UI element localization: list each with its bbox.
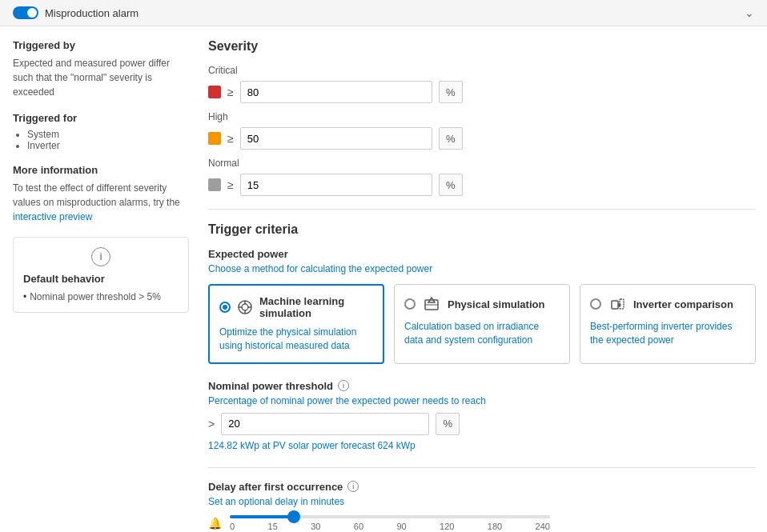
triggered-for-title: Triggered for — [13, 112, 189, 124]
nominal-power-input[interactable] — [221, 413, 429, 435]
normal-label: Normal — [208, 158, 756, 169]
more-info-text: To test the effect of different severity… — [13, 181, 189, 224]
critical-row: ≥ % — [208, 81, 756, 103]
expected-power-label: Expected power — [208, 248, 756, 260]
normal-input[interactable] — [240, 174, 432, 196]
delay-slider-row: 🔔 0 15 30 60 90 120 180 240 — [208, 515, 756, 531]
delay-slider-container: 0 15 30 60 90 120 180 240 — [230, 515, 550, 531]
default-behavior-title: Default behavior — [23, 273, 179, 285]
top-bar: Misproduction alarm ⌄ — [0, 0, 767, 26]
critical-gte-symbol: ≥ — [227, 86, 234, 98]
svg-rect-9 — [612, 301, 618, 309]
nominal-power-note: 124.82 kWp at PV solar power forecast 62… — [208, 440, 756, 451]
machine-learning-desc: Optimize the physical simulation using h… — [219, 326, 373, 353]
machine-learning-name: Machine learning simulation — [259, 295, 373, 319]
trigger-criteria-section: Trigger criteria Expected power Choose a… — [208, 222, 756, 364]
default-behavior-bullet: • Nominal power threshold > 5% — [23, 291, 179, 302]
radio-inverter-comparison[interactable] — [590, 298, 601, 310]
inverter-comparison-desc: Best-performing inverter provides the ex… — [590, 320, 745, 347]
nominal-power-sublabel: Percentage of nominal power the expected… — [208, 395, 756, 406]
critical-input[interactable] — [240, 81, 432, 103]
physical-simulation-name: Physical simulation — [448, 298, 544, 310]
misproduction-alarm-toggle[interactable] — [13, 6, 38, 19]
method-cards: Machine learning simulation Optimize the… — [208, 284, 756, 364]
normal-row: ≥ % — [208, 174, 756, 196]
main-layout: Triggered by Expected and measured power… — [0, 26, 767, 532]
radio-physical-simulation[interactable] — [404, 298, 416, 310]
high-gte-symbol: ≥ — [227, 132, 234, 145]
nominal-power-threshold-section: Nominal power threshold i Percentage of … — [208, 380, 756, 451]
delay-slider-track — [230, 515, 550, 518]
normal-gte-symbol: ≥ — [227, 178, 234, 191]
top-bar-title: Misproduction alarm — [45, 7, 139, 19]
physical-simulation-desc: Calculation based on irradiance data and… — [404, 320, 560, 347]
default-behavior-box: i Default behavior • Nominal power thres… — [13, 237, 189, 313]
machine-learning-icon — [237, 298, 253, 317]
normal-color-box — [208, 178, 221, 191]
nominal-power-info-icon[interactable]: i — [338, 380, 349, 391]
nominal-power-unit: % — [436, 413, 460, 435]
delay-slider-labels: 0 15 30 60 90 120 180 240 — [230, 522, 550, 531]
method-card-inverter-comparison[interactable]: Inverter comparison Best-performing inve… — [580, 284, 756, 364]
nominal-power-threshold-title: Nominal power threshold — [208, 380, 333, 392]
high-input[interactable] — [240, 127, 432, 150]
triggered-for-list: System Inverter — [13, 129, 189, 151]
inverter-comparison-name: Inverter comparison — [633, 298, 733, 310]
high-label: High — [208, 111, 756, 122]
severity-section: Severity Critical ≥ % High ≥ % Normal — [208, 39, 756, 196]
delay-title: Delay after first occurrence — [208, 481, 343, 493]
info-icon: i — [91, 247, 110, 266]
critical-unit: % — [439, 81, 463, 103]
triggered-for-section: Triggered for System Inverter — [13, 112, 189, 151]
triggered-for-inverter: Inverter — [27, 140, 189, 151]
severity-divider — [208, 209, 756, 210]
physical-simulation-icon — [422, 294, 441, 314]
top-bar-left: Misproduction alarm — [13, 6, 139, 19]
expected-power-sublabel: Choose a method for calculating the expe… — [208, 263, 756, 274]
more-info-title: More information — [13, 164, 189, 176]
triggered-for-system: System — [27, 129, 189, 140]
collapse-chevron-icon[interactable]: ⌄ — [745, 6, 754, 19]
high-color-box — [208, 132, 221, 145]
method-card-physical-simulation[interactable]: Physical simulation Calculation based on… — [394, 284, 570, 364]
high-unit: % — [439, 127, 463, 150]
sidebar: Triggered by Expected and measured power… — [13, 39, 189, 531]
svg-point-1 — [242, 304, 248, 310]
method-card-machine-learning[interactable]: Machine learning simulation Optimize the… — [208, 284, 384, 364]
interactive-preview-link[interactable]: interactive preview — [13, 211, 92, 222]
inverter-comparison-icon — [608, 294, 627, 314]
severity-title: Severity — [208, 39, 756, 54]
normal-unit: % — [439, 174, 463, 196]
threshold-divider — [208, 467, 756, 468]
delay-info-icon[interactable]: i — [347, 481, 359, 492]
more-info-section: More information To test the effect of d… — [13, 164, 189, 224]
delay-section: Delay after first occurrence i Set an op… — [208, 481, 756, 531]
bell-icon: 🔔 — [208, 517, 222, 530]
delay-slider-fill — [230, 515, 294, 518]
trigger-criteria-title: Trigger criteria — [208, 222, 756, 237]
delay-slider-thumb[interactable] — [287, 510, 300, 523]
critical-label: Critical — [208, 65, 756, 76]
radio-machine-learning[interactable] — [219, 302, 231, 313]
delay-sublabel: Set an optional delay in minutes — [208, 496, 756, 507]
triggered-by-section: Triggered by Expected and measured power… — [13, 39, 189, 99]
high-row: ≥ % — [208, 127, 756, 150]
critical-color-box — [208, 86, 221, 98]
nominal-power-gt-symbol: > — [208, 418, 215, 430]
triggered-by-title: Triggered by — [13, 39, 189, 51]
content-area: Severity Critical ≥ % High ≥ % Normal — [208, 39, 756, 531]
triggered-by-text: Expected and measured power differ such … — [13, 56, 189, 99]
